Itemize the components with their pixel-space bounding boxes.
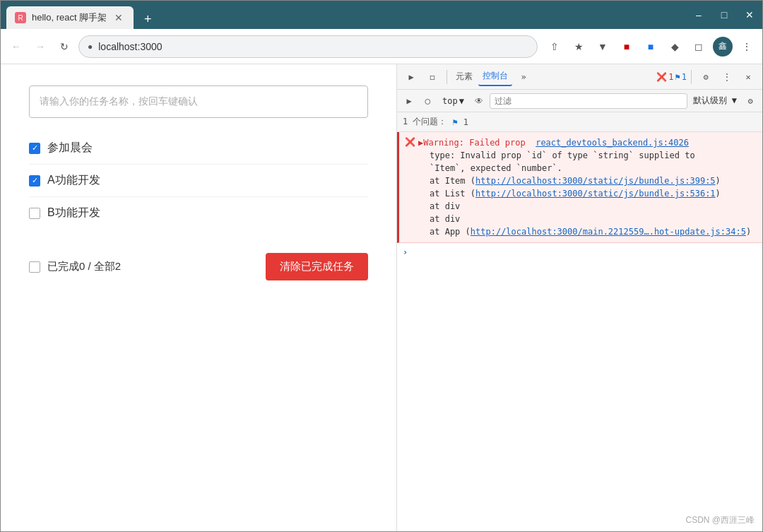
warning-count: 1 — [682, 72, 687, 82]
log-level-label: 默认级别 — [693, 95, 727, 105]
task-checkbox-1[interactable] — [29, 143, 40, 154]
error-circle-icon: ❌ — [405, 137, 415, 147]
back-button[interactable]: ← — [6, 37, 26, 57]
error-detail-2: `Item`, expected `number`. — [430, 162, 751, 175]
url-text: localhost:3000 — [98, 41, 528, 52]
task-input-placeholder: 请输入你的任务名称，按回车键确认 — [40, 95, 198, 108]
tab-close-button[interactable]: ✕ — [112, 11, 125, 24]
issues-bar: 1 个问题： ⚑ 1 — [397, 112, 762, 132]
stack-item-5: at App (http://localhost:3000/main.22125… — [430, 225, 751, 238]
more-tabs-icon[interactable]: » — [514, 68, 533, 86]
error-count: 1 — [668, 72, 673, 82]
stack-item-1: at Item (http://localhost:3000/static/js… — [430, 175, 751, 187]
main-area: 请输入你的任务名称，按回车键确认 参加晨会 A功能开发 B功能开发 — [1, 64, 762, 531]
stack-item-3: at div — [430, 200, 751, 213]
dropdown-arrow-icon: ▼ — [459, 96, 464, 106]
settings-icon[interactable]: ⚙ — [696, 68, 716, 86]
tab-title: hello, react 脚手架 — [32, 11, 107, 24]
tab-separator — [446, 70, 447, 84]
devtools-panel: ▶ ◻ 元素 控制台 » ❌ 1 ⚑ 1 ⚙ ⋮ ✕ — [396, 64, 762, 531]
watermark: CSDN @西涯三峰 — [685, 514, 755, 526]
extension4-icon[interactable]: ◆ — [665, 37, 685, 57]
task-label-1: 参加晨会 — [47, 141, 93, 155]
filter-input[interactable] — [490, 93, 687, 109]
task-checkbox-3[interactable] — [29, 208, 40, 219]
active-tab[interactable]: R hello, react 脚手架 ✕ — [6, 6, 134, 29]
warning-badge: ⚑ 1 — [675, 72, 687, 82]
error-text: ▶Warning: Failed prop react_devtools_bac… — [418, 136, 751, 238]
console-toolbar: ▶ ◯ top ▼ 👁 默认级别 ▼ ⚙ — [397, 90, 762, 112]
console-settings-icon[interactable]: ⚙ — [743, 93, 758, 109]
tab-console[interactable]: 控制台 — [478, 68, 512, 86]
source-link[interactable]: react_devtools_backend.js:4026 — [536, 138, 689, 148]
top-context-dropdown[interactable]: top ▼ — [438, 95, 468, 107]
block-icon[interactable]: ◯ — [420, 93, 435, 109]
tab-elements[interactable]: 元素 — [451, 68, 477, 86]
clear-console-icon[interactable]: ▶ — [401, 93, 417, 109]
maximize-button[interactable]: □ — [717, 8, 731, 22]
error-x-icon: ❌ — [656, 72, 667, 82]
error-line-main: ❌ ▶Warning: Failed prop react_devtools_b… — [405, 136, 757, 238]
select-all-checkbox[interactable] — [29, 261, 40, 273]
title-bar: R hello, react 脚手架 ✕ + – □ ✕ — [1, 1, 762, 29]
reload-button[interactable]: ↻ — [54, 37, 74, 57]
extension1-icon[interactable]: ▼ — [593, 37, 613, 57]
share-icon[interactable]: ⇧ — [545, 37, 564, 57]
task-stats-label: 已完成0 / 全部2 — [47, 260, 121, 273]
task-input-box[interactable]: 请输入你的任务名称，按回车键确认 — [29, 85, 368, 118]
stack-item-4: at div — [430, 213, 751, 225]
tab-favicon: R — [15, 12, 26, 23]
task-checkbox-2[interactable] — [29, 175, 40, 187]
close-devtools-button[interactable]: ✕ — [738, 68, 758, 86]
warning-label: ▶Warning: Failed prop — [418, 138, 536, 148]
stack-item-2: at List (http://localhost:3000/static/js… — [430, 187, 751, 200]
window-controls: – □ ✕ — [692, 8, 757, 22]
page-content: 请输入你的任务名称，按回车键确认 参加晨会 A功能开发 B功能开发 — [1, 64, 396, 531]
forward-button[interactable]: → — [30, 37, 50, 57]
more-options-icon[interactable]: ⋮ — [717, 68, 737, 86]
task-item: A功能开发 — [29, 165, 368, 197]
extension3-icon[interactable]: ■ — [641, 37, 661, 57]
task-stats: 已完成0 / 全部2 — [29, 260, 121, 273]
eye-icon[interactable]: 👁 — [471, 93, 487, 109]
task-label-2: A功能开发 — [47, 173, 100, 188]
issues-count: 1 — [463, 117, 468, 127]
devtools-pointer-icon[interactable]: ▶ — [401, 68, 421, 86]
lock-icon: ● — [88, 42, 93, 52]
toolbar-icons: ⇧ ★ ▼ ■ ■ ◆ ◻ 鑫 ⋮ — [545, 37, 757, 57]
profile-icon[interactable]: 鑫 — [713, 37, 733, 57]
stack-link-1[interactable]: http://localhost:3000/static/js/bundle.j… — [475, 176, 716, 186]
task-item: 参加晨会 — [29, 132, 368, 165]
warning-icon: ⚑ — [675, 72, 680, 82]
menu-icon[interactable]: ⋮ — [737, 37, 757, 57]
clear-completed-button[interactable]: 清除已完成任务 — [266, 253, 368, 280]
prompt-arrow: › — [403, 247, 408, 257]
console-output[interactable]: ❌ ▶Warning: Failed prop react_devtools_b… — [397, 132, 762, 531]
error-badge: ❌ 1 — [656, 72, 673, 82]
extension2-icon[interactable]: ■ — [617, 37, 637, 57]
top-label: top — [442, 96, 458, 106]
error-detail-1: type: Invalid prop `id` of type `string`… — [430, 149, 751, 162]
task-list: 参加晨会 A功能开发 B功能开发 — [29, 132, 368, 229]
controls-separator — [691, 70, 692, 84]
close-button[interactable]: ✕ — [743, 8, 757, 22]
devtools-tab-bar: ▶ ◻ 元素 控制台 » ❌ 1 ⚑ 1 ⚙ ⋮ ✕ — [397, 64, 762, 90]
task-label-3: B功能开发 — [47, 206, 100, 220]
url-bar[interactable]: ● localhost:3000 — [78, 35, 538, 58]
minimize-button[interactable]: – — [692, 8, 706, 22]
devtools-inspect-icon[interactable]: ◻ — [422, 68, 442, 86]
console-prompt[interactable]: › — [397, 243, 762, 261]
task-footer: 已完成0 / 全部2 清除已完成任务 — [29, 246, 368, 280]
issues-icon: ⚑ — [452, 117, 457, 127]
stack-link-5[interactable]: http://localhost:3000/main.2212559….hot-… — [471, 227, 746, 237]
error-entry: ❌ ▶Warning: Failed prop react_devtools_b… — [397, 132, 762, 243]
issues-label: 1 个问题： — [403, 116, 446, 128]
extension5-icon[interactable]: ◻ — [689, 37, 709, 57]
address-bar: ← → ↻ ● localhost:3000 ⇧ ★ ▼ ■ ■ ◆ ◻ 鑫 ⋮ — [1, 29, 762, 64]
stack-link-2[interactable]: http://localhost:3000/static/js/bundle.j… — [475, 189, 716, 199]
tab-area: R hello, react 脚手架 ✕ + — [6, 1, 158, 29]
task-item: B功能开发 — [29, 197, 368, 229]
new-tab-button[interactable]: + — [138, 9, 158, 29]
log-level-dropdown[interactable]: 默认级别 ▼ — [690, 93, 740, 108]
bookmark-icon[interactable]: ★ — [569, 37, 588, 57]
